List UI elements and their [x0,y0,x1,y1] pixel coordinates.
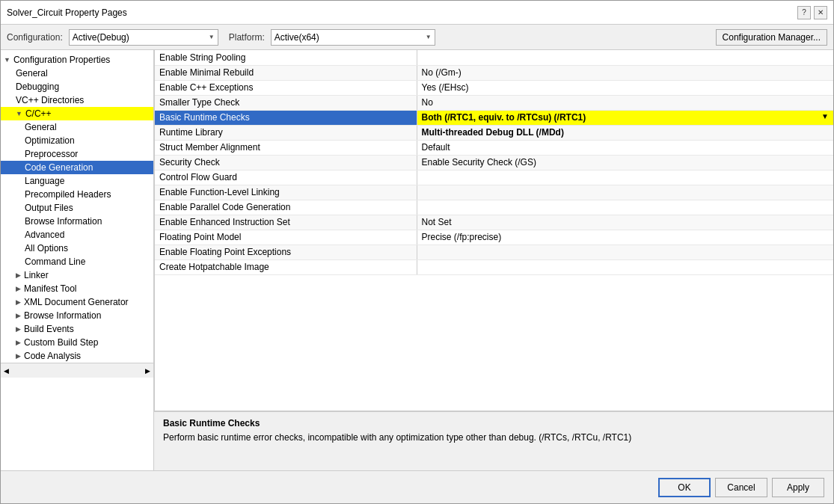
property-name: Enable Function-Level Linking [155,185,417,200]
property-name: Enable Enhanced Instruction Set [155,215,417,230]
sidebar-label-cpp: C/C++ [25,108,52,119]
sidebar-item-cpp-cmdline[interactable]: Command Line [1,255,153,268]
close-button[interactable]: ✕ [814,6,827,19]
expand-icon-manifest: ▶ [16,285,21,292]
sidebar-item-cpp-general[interactable]: General [1,120,153,134]
expand-icon-xml: ▶ [16,298,21,306]
sidebar-item-cpp-output[interactable]: Output Files [1,201,153,215]
sidebar-label-cpp-output: Output Files [25,203,73,213]
sidebar-item-manifest[interactable]: ▶ Manifest Tool [1,282,153,295]
property-name: Control Flow Guard [155,170,417,185]
sidebar-item-code-analysis[interactable]: ▶ Code Analysis [1,349,153,363]
table-row[interactable]: Enable String Pooling [155,50,833,65]
sidebar-item-cpp-preproc[interactable]: Preprocessor [1,147,153,161]
sidebar-item-debugging[interactable]: Debugging [1,80,153,93]
expand-icon-linker: ▶ [16,271,21,279]
sidebar-item-config-props[interactable]: ▼ Configuration Properties [1,53,153,67]
toolbar: Configuration: Active(Debug) ▼ Platform:… [1,25,833,50]
property-name: Runtime Library [155,125,417,140]
table-row[interactable]: Enable Function-Level Linking [155,185,833,200]
title-bar-controls: ? ✕ [797,6,827,19]
sidebar-item-cpp-pch[interactable]: Precompiled Headers [1,188,153,201]
sidebar-item-browse-info[interactable]: ▶ Browse Information [1,309,153,322]
cancel-button[interactable]: Cancel [715,478,767,497]
sidebar-label-manifest: Manifest Tool [24,283,76,294]
title-bar-left: Solver_Circuit Property Pages [7,7,127,18]
property-table: Enable String PoolingEnable Minimal Rebu… [154,50,833,411]
apply-button[interactable]: Apply [772,478,824,497]
config-manager-button[interactable]: Configuration Manager... [716,29,827,46]
property-name: Enable Minimal Rebuild [155,65,417,80]
table-row[interactable]: Enable Parallel Code Generation [155,200,833,215]
sidebar-label-cpp-browse: Browse Information [25,216,102,227]
platform-label: Platform: [229,32,265,43]
sidebar-label-vc-dirs: VC++ Directories [16,95,84,105]
sidebar-item-custom-build[interactable]: ▶ Custom Build Step [1,336,153,349]
sidebar-scroll-bar[interactable]: ◀ ▶ [1,363,153,378]
expand-icon-config: ▼ [4,56,10,64]
sidebar-item-cpp-advanced[interactable]: Advanced [1,228,153,242]
help-button[interactable]: ? [797,6,811,19]
sidebar-item-build-events[interactable]: ▶ Build Events [1,322,153,336]
table-row[interactable]: Control Flow Guard [155,170,833,185]
sidebar-item-general[interactable]: General [1,67,153,80]
platform-combo[interactable]: Active(x64) ▼ [271,29,435,46]
config-value: Active(Debug) [73,32,129,43]
property-value [417,170,833,185]
table-row[interactable]: Runtime LibraryMulti-threaded Debug DLL … [155,125,833,140]
sidebar-item-linker[interactable]: ▶ Linker [1,268,153,282]
sidebar-item-cpp-lang[interactable]: Language [1,174,153,188]
expand-icon-build: ▶ [16,325,21,333]
table-row[interactable]: Enable Minimal RebuildNo (/Gm-) [155,65,833,80]
table-row[interactable]: Security CheckEnable Security Check (/GS… [155,155,833,170]
sidebar-item-cpp-optim[interactable]: Optimization [1,134,153,147]
table-row[interactable]: Struct Member AlignmentDefault [155,140,833,155]
property-name: Security Check [155,155,417,170]
expand-icon-cpp: ▼ [16,110,22,117]
table-row[interactable]: Smaller Type CheckNo [155,95,833,110]
property-value: Precise (/fp:precise) [417,230,833,245]
sidebar-label-general: General [16,68,48,79]
sidebar-label-config-props: Configuration Properties [13,55,110,65]
scroll-right-arrow[interactable]: ▶ [145,367,150,375]
table-row[interactable]: Floating Point ModelPrecise (/fp:precise… [155,230,833,245]
sidebar-item-vc-dirs[interactable]: VC++ Directories [1,93,153,107]
sidebar-item-cpp-allopt[interactable]: All Options [1,242,153,255]
configuration-combo[interactable]: Active(Debug) ▼ [69,29,218,46]
sidebar-label-cpp-general: General [25,122,57,132]
table-row[interactable]: Create Hotpatchable Image [155,259,833,274]
expand-icon-code-analysis: ▶ [16,352,21,360]
ok-button[interactable]: OK [658,478,711,497]
property-value[interactable]: Both (/RTC1, equiv. to /RTCsu) (/RTC1)▼ [417,110,833,125]
table-row[interactable]: Enable Floating Point Exceptions [155,245,833,259]
table-row[interactable]: Basic Runtime ChecksBoth (/RTC1, equiv. … [155,110,833,125]
property-value: No (/Gm-) [417,65,833,80]
sidebar: ▼ Configuration Properties General Debug… [1,50,154,470]
properties-grid: Enable String PoolingEnable Minimal Rebu… [155,50,833,275]
sidebar-item-cpp-codegen[interactable]: Code Generation [1,161,153,174]
property-value: Not Set [417,215,833,230]
description-title: Basic Runtime Checks [163,418,824,428]
property-name: Smaller Type Check [155,95,417,110]
sidebar-item-cpp[interactable]: ▼ C/C++ [1,107,153,120]
table-row[interactable]: Enable C++ ExceptionsYes (/EHsc) [155,80,833,95]
platform-combo-arrow: ▼ [426,34,432,40]
expand-icon-custom: ▶ [16,339,21,346]
button-bar: OK Cancel Apply [1,470,833,503]
scroll-left-arrow[interactable]: ◀ [4,367,9,375]
sidebar-label-cpp-pch: Precompiled Headers [25,189,111,200]
platform-value: Active(x64) [275,32,319,43]
sidebar-label-build-events: Build Events [24,324,74,334]
sidebar-item-cpp-browse[interactable]: Browse Information [1,215,153,228]
property-name: Create Hotpatchable Image [155,259,417,274]
sidebar-item-xml-gen[interactable]: ▶ XML Document Generator [1,295,153,309]
property-value: Yes (/EHsc) [417,80,833,95]
property-name: Enable C++ Exceptions [155,80,417,95]
description-panel: Basic Runtime Checks Perform basic runti… [154,411,833,470]
sidebar-label-cpp-preproc: Preprocessor [25,149,78,159]
property-name: Floating Point Model [155,230,417,245]
table-row[interactable]: Enable Enhanced Instruction SetNot Set [155,215,833,230]
property-name: Struct Member Alignment [155,140,417,155]
sidebar-label-linker: Linker [24,270,49,280]
property-name: Enable String Pooling [155,50,417,65]
